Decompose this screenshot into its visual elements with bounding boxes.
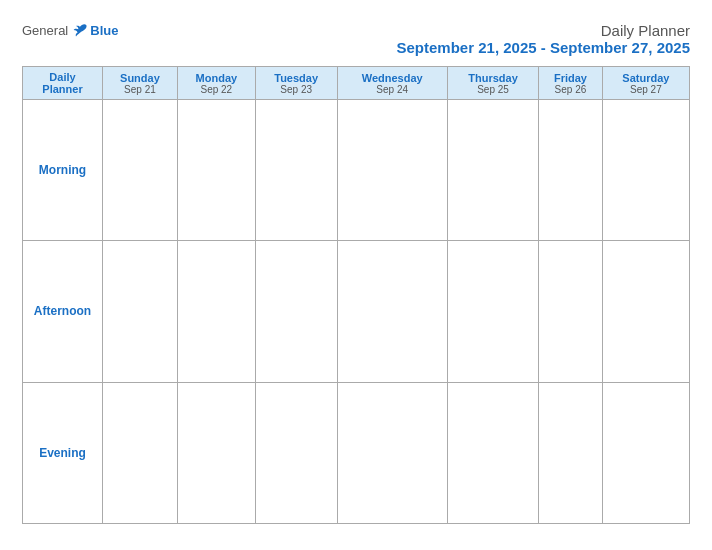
col-date-3: Sep 23 xyxy=(258,84,335,95)
col-header-3: Tuesday Sep 23 xyxy=(255,67,337,100)
afternoon-sat[interactable] xyxy=(602,241,689,382)
logo-general-text: General xyxy=(22,23,68,38)
col-header-5: Thursday Sep 25 xyxy=(447,67,538,100)
morning-fri[interactable] xyxy=(539,100,603,241)
col-day-6: Friday xyxy=(541,72,600,84)
afternoon-sun[interactable] xyxy=(103,241,178,382)
col-date-7: Sep 27 xyxy=(605,84,687,95)
morning-thu[interactable] xyxy=(447,100,538,241)
col-header-0: Daily Planner xyxy=(23,67,103,100)
col-day-7: Saturday xyxy=(605,72,687,84)
morning-label: Morning xyxy=(23,100,103,241)
col-day-1: Sunday xyxy=(105,72,175,84)
morning-sun[interactable] xyxy=(103,100,178,241)
col-date-4: Sep 24 xyxy=(340,84,445,95)
col-day-0b: Planner xyxy=(25,83,100,95)
col-header-4: Wednesday Sep 24 xyxy=(337,67,447,100)
header: General Blue Daily Planner September 21,… xyxy=(22,22,690,56)
col-header-7: Saturday Sep 27 xyxy=(602,67,689,100)
evening-sun[interactable] xyxy=(103,382,178,523)
title-area: Daily Planner September 21, 2025 - Septe… xyxy=(397,22,691,56)
afternoon-wed[interactable] xyxy=(337,241,447,382)
logo-text: General Blue xyxy=(22,22,118,38)
col-header-2: Monday Sep 22 xyxy=(177,67,255,100)
logo-blue-text: Blue xyxy=(90,23,118,38)
col-day-2: Monday xyxy=(180,72,253,84)
col-day-5: Thursday xyxy=(450,72,536,84)
afternoon-mon[interactable] xyxy=(177,241,255,382)
morning-tue[interactable] xyxy=(255,100,337,241)
afternoon-row: Afternoon xyxy=(23,241,690,382)
afternoon-tue[interactable] xyxy=(255,241,337,382)
morning-mon[interactable] xyxy=(177,100,255,241)
date-range: September 21, 2025 - September 27, 2025 xyxy=(397,39,691,56)
col-day-0: Daily xyxy=(25,71,100,83)
col-day-4: Wednesday xyxy=(340,72,445,84)
evening-mon[interactable] xyxy=(177,382,255,523)
evening-sat[interactable] xyxy=(602,382,689,523)
col-date-5: Sep 25 xyxy=(450,84,536,95)
header-row: Daily Planner Sunday Sep 21 Monday Sep 2… xyxy=(23,67,690,100)
bird-icon xyxy=(72,22,88,38)
morning-row: Morning xyxy=(23,100,690,241)
page: General Blue Daily Planner September 21,… xyxy=(6,10,706,540)
evening-wed[interactable] xyxy=(337,382,447,523)
afternoon-fri[interactable] xyxy=(539,241,603,382)
morning-wed[interactable] xyxy=(337,100,447,241)
evening-fri[interactable] xyxy=(539,382,603,523)
planner-title: Daily Planner xyxy=(397,22,691,39)
afternoon-thu[interactable] xyxy=(447,241,538,382)
evening-row: Evening xyxy=(23,382,690,523)
col-day-3: Tuesday xyxy=(258,72,335,84)
evening-label: Evening xyxy=(23,382,103,523)
morning-sat[interactable] xyxy=(602,100,689,241)
afternoon-label: Afternoon xyxy=(23,241,103,382)
evening-thu[interactable] xyxy=(447,382,538,523)
logo-area: General Blue xyxy=(22,22,118,38)
col-date-6: Sep 26 xyxy=(541,84,600,95)
col-date-1: Sep 21 xyxy=(105,84,175,95)
col-date-2: Sep 22 xyxy=(180,84,253,95)
col-header-1: Sunday Sep 21 xyxy=(103,67,178,100)
evening-tue[interactable] xyxy=(255,382,337,523)
calendar-table: Daily Planner Sunday Sep 21 Monday Sep 2… xyxy=(22,66,690,524)
col-header-6: Friday Sep 26 xyxy=(539,67,603,100)
